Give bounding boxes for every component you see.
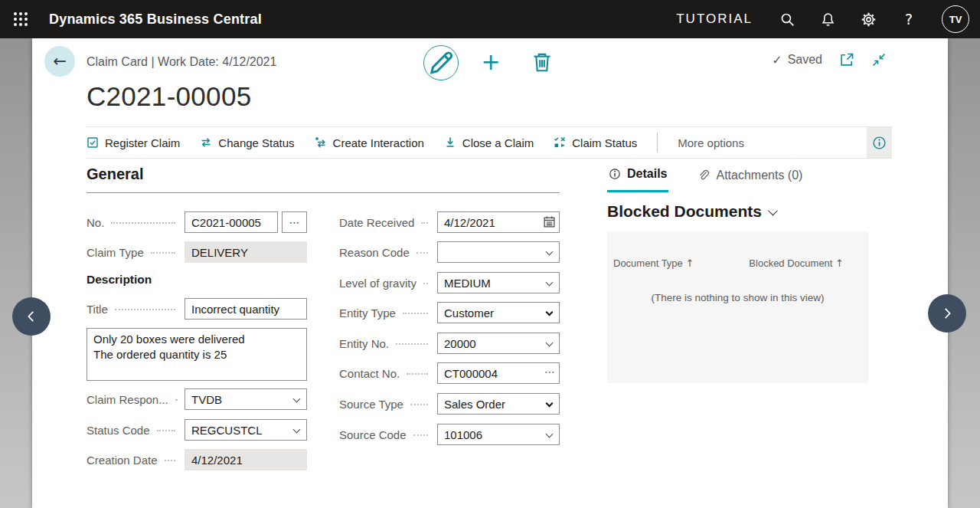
app-title[interactable]: Dynamics 365 Business Central xyxy=(49,11,262,28)
entity-no-input[interactable] xyxy=(437,333,560,354)
dotted-leader xyxy=(421,222,428,224)
calendar-icon[interactable] xyxy=(542,215,556,229)
tab-label: Attachments (0) xyxy=(716,169,802,182)
action-label: Close a Claim xyxy=(462,136,534,149)
teaching-tip-info-button[interactable] xyxy=(867,127,892,158)
date-received-input[interactable] xyxy=(437,211,560,233)
dotted-leader xyxy=(416,252,428,254)
general-section-title[interactable]: General xyxy=(87,166,143,183)
description-subsection-title: Description xyxy=(87,273,152,287)
factbox-tabs: Details Attachments (0) xyxy=(607,167,804,192)
claim-type-value: DELIVERY xyxy=(185,241,307,263)
delete-button[interactable] xyxy=(531,52,553,72)
close-claim-button[interactable]: Close a Claim xyxy=(444,136,534,149)
field-source-code: Source Code xyxy=(339,424,560,445)
contact-no-label: Contact No. xyxy=(339,367,400,380)
dotted-leader xyxy=(410,404,428,405)
sort-asc-icon: ↑ xyxy=(835,257,844,269)
dotted-leader xyxy=(115,309,175,310)
contact-no-input[interactable] xyxy=(437,362,560,384)
next-record-button[interactable] xyxy=(928,294,966,333)
new-button[interactable]: + xyxy=(477,44,505,78)
collapse-icon[interactable] xyxy=(871,52,887,67)
reason-code-label: Reason Code xyxy=(339,246,410,259)
page-title: C2021-00005 xyxy=(87,81,251,112)
action-bar-divider xyxy=(657,133,658,152)
tab-attachments[interactable]: Attachments (0) xyxy=(696,167,804,192)
field-level-of-gravity: Level of gravity xyxy=(339,272,560,293)
reason-code-input[interactable] xyxy=(437,241,560,263)
no-input[interactable] xyxy=(185,211,278,233)
entity-no-label: Entity No. xyxy=(339,337,389,350)
create-interaction-button[interactable]: Create Interaction xyxy=(315,136,424,149)
user-avatar[interactable]: TV xyxy=(942,5,969,33)
status-code-label: Status Code xyxy=(87,424,150,437)
breadcrumb[interactable]: Claim Card | Work Date: 4/12/2021 xyxy=(87,55,276,69)
register-claim-icon xyxy=(87,136,99,149)
blocked-documents-title: Blocked Documents xyxy=(607,202,762,221)
open-in-new-window-icon[interactable] xyxy=(839,52,854,67)
entity-type-label: Entity Type xyxy=(339,306,396,320)
info-icon xyxy=(609,168,621,180)
paperclip-icon xyxy=(697,169,710,182)
title-input[interactable] xyxy=(185,298,307,320)
field-no: No. ⋯ xyxy=(87,211,307,233)
empty-view-message: (There is nothing to show in this view) xyxy=(607,292,868,303)
blocked-documents-section-header[interactable]: Blocked Documents xyxy=(607,202,776,221)
dotted-leader xyxy=(413,434,428,436)
register-claim-button[interactable]: Register Claim xyxy=(87,136,180,149)
previous-record-button[interactable] xyxy=(12,297,51,336)
entity-type-select[interactable] xyxy=(437,302,560,323)
no-label: No. xyxy=(87,216,104,229)
source-code-input[interactable] xyxy=(437,424,560,445)
contact-no-assist-edit-button[interactable]: ⋯ xyxy=(544,365,555,378)
claim-status-icon xyxy=(554,136,566,149)
column-blocked-document[interactable]: Blocked Document ↑ xyxy=(749,257,844,269)
create-interaction-icon xyxy=(315,136,327,149)
change-status-button[interactable]: Change Status xyxy=(200,136,294,149)
claim-type-label: Claim Type xyxy=(87,246,144,259)
dotted-leader xyxy=(396,343,428,345)
tab-details[interactable]: Details xyxy=(607,167,668,192)
check-icon: ✓ xyxy=(772,53,782,67)
pencil-icon xyxy=(424,46,458,80)
blocked-documents-panel: Document Type ↑ Blocked Document ↑ (Ther… xyxy=(607,231,868,383)
action-label: Register Claim xyxy=(105,136,180,149)
dotted-leader xyxy=(151,252,175,254)
claim-responsible-input[interactable] xyxy=(185,388,307,410)
help-icon[interactable]: ? xyxy=(901,11,916,27)
dotted-leader xyxy=(403,313,428,314)
status-code-input[interactable] xyxy=(185,419,307,441)
column-document-type[interactable]: Document Type ↑ xyxy=(613,257,694,269)
back-button[interactable]: ← xyxy=(44,46,75,77)
chevron-right-icon xyxy=(940,306,954,320)
level-of-gravity-input[interactable] xyxy=(437,272,560,293)
settings-gear-icon[interactable] xyxy=(861,11,876,27)
app-launcher-icon[interactable] xyxy=(14,12,28,26)
source-type-select[interactable] xyxy=(437,393,560,415)
title-label: Title xyxy=(87,303,108,316)
more-options-button[interactable]: More options xyxy=(678,136,744,149)
claim-status-button[interactable]: Claim Status xyxy=(554,136,637,149)
date-received-label: Date Received xyxy=(339,216,414,229)
field-date-received: Date Received xyxy=(339,211,560,233)
environment-name: TUTORIAL xyxy=(676,11,753,27)
edit-button[interactable] xyxy=(423,45,459,80)
saved-label: Saved xyxy=(788,53,822,67)
description-textarea[interactable]: Only 20 boxes were delivered The ordered… xyxy=(87,328,307,381)
creation-date-value: 4/12/2021 xyxy=(185,449,307,470)
field-source-type: Source Type xyxy=(339,393,560,415)
chevron-down-icon xyxy=(768,205,778,215)
trash-icon xyxy=(531,51,553,73)
top-navigation-bar: Dynamics 365 Business Central TUTORIAL xyxy=(0,0,980,38)
sort-asc-icon: ↑ xyxy=(685,257,694,269)
action-label: Change Status xyxy=(218,136,294,149)
no-assist-edit-button[interactable]: ⋯ xyxy=(282,211,307,233)
close-claim-icon xyxy=(444,136,456,149)
notifications-bell-icon[interactable] xyxy=(820,11,835,27)
field-title: Title xyxy=(87,298,307,320)
level-of-gravity-label: Level of gravity xyxy=(339,277,416,290)
field-creation-date: Creation Date 4/12/2021 xyxy=(87,449,307,470)
source-type-label: Source Type xyxy=(339,398,403,411)
search-icon[interactable] xyxy=(779,11,795,27)
